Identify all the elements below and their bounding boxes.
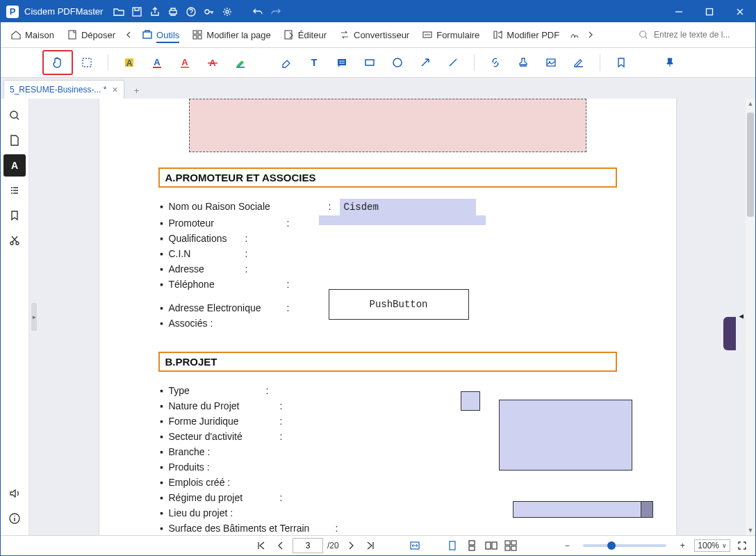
settings-icon[interactable]: [218, 1, 236, 22]
document-viewport[interactable]: A.PROMOTEUR ET ASSOCIES ▪Nom ou Raison S…: [39, 99, 736, 535]
share-icon[interactable]: [146, 1, 164, 22]
two-continuous-button[interactable]: [503, 538, 518, 553]
checkbox-field[interactable]: [461, 391, 480, 411]
scroll-down-icon[interactable]: ▼: [746, 525, 755, 535]
svg-rect-45: [511, 546, 516, 550]
arrow-tool[interactable]: [411, 51, 439, 74]
last-page-button[interactable]: [363, 538, 378, 553]
add-tab-button[interactable]: +: [129, 82, 145, 99]
svg-point-31: [10, 111, 17, 118]
right-gutter[interactable]: ▸: [736, 99, 746, 535]
continuous-page-button[interactable]: [464, 538, 479, 553]
key-icon[interactable]: [200, 1, 218, 22]
minimize-button[interactable]: [664, 1, 694, 22]
svg-rect-21: [181, 67, 189, 68]
fullscreen-button[interactable]: [734, 538, 750, 553]
image-tool[interactable]: [537, 51, 565, 74]
stamp-tool[interactable]: [509, 51, 537, 74]
zoom-out-button[interactable]: −: [559, 538, 575, 553]
rectangle-tool[interactable]: [356, 51, 384, 74]
text-color-tool[interactable]: A: [143, 51, 171, 74]
side-panel-tab[interactable]: [723, 317, 736, 350]
left-gutter[interactable]: ▸: [29, 99, 39, 535]
menu-sign[interactable]: [566, 26, 583, 43]
next-page-button[interactable]: [343, 538, 359, 553]
menu-deposer[interactable]: Déposer: [61, 26, 121, 43]
zoom-in-button[interactable]: +: [675, 538, 690, 553]
marker-tool[interactable]: [227, 51, 254, 74]
fit-width-button[interactable]: [407, 538, 422, 553]
close-button[interactable]: [725, 1, 755, 22]
circle-tool[interactable]: [384, 51, 411, 74]
svg-text:A: A: [11, 160, 18, 171]
zoom-value[interactable]: 100%∨: [694, 539, 730, 552]
highlight-tool[interactable]: A: [115, 51, 143, 74]
section-a-header: A.PROMOTEUR ET ASSOCIES: [158, 167, 617, 188]
combobox-field[interactable]: [513, 501, 653, 518]
vertical-scrollbar[interactable]: ▲ ▼: [746, 99, 755, 535]
zoom-slider[interactable]: [583, 544, 666, 547]
strikethrough-tool[interactable]: A: [199, 51, 227, 74]
menu-formulaire[interactable]: Formulaire: [416, 26, 485, 43]
select-tool[interactable]: [73, 51, 101, 74]
menu-convertisseur[interactable]: Convertisseur: [334, 26, 415, 43]
prev-page-button[interactable]: [273, 538, 288, 553]
listbox-field[interactable]: [499, 400, 632, 471]
sidebar-info-icon[interactable]: [3, 507, 26, 530]
svg-text:T: T: [311, 57, 318, 68]
scroll-up-icon[interactable]: ▲: [746, 99, 755, 108]
save-icon[interactable]: [128, 1, 146, 22]
menu-outils[interactable]: Outils: [136, 26, 185, 43]
text-tool[interactable]: T: [300, 51, 328, 74]
two-page-button[interactable]: [484, 538, 499, 553]
svg-rect-9: [198, 31, 202, 34]
underline-tool[interactable]: A: [171, 51, 199, 74]
sidebar-text-icon[interactable]: A: [3, 154, 26, 177]
search-box[interactable]: [639, 29, 751, 40]
svg-point-3: [205, 10, 209, 14]
svg-rect-15: [83, 58, 91, 67]
print-icon[interactable]: [164, 1, 182, 22]
open-icon[interactable]: [110, 1, 128, 22]
sidebar-bookmark-icon[interactable]: [3, 204, 26, 227]
svg-point-28: [393, 58, 402, 67]
page-input[interactable]: [293, 538, 323, 553]
search-input[interactable]: [652, 29, 746, 40]
menu-editeur[interactable]: Éditeur: [278, 26, 332, 43]
statusbar: /20 − + 100%∨: [1, 535, 755, 555]
svg-rect-42: [505, 541, 510, 545]
menu-scroll-right[interactable]: [584, 31, 597, 38]
single-page-button[interactable]: [445, 538, 460, 553]
menu-modifier-page[interactable]: Modifier la page: [186, 26, 277, 43]
titlebar: P Cisdem PDFMaster: [1, 1, 755, 22]
undo-icon[interactable]: [249, 1, 267, 22]
sidebar-list-icon[interactable]: [3, 179, 26, 202]
signature-tool[interactable]: [565, 51, 593, 74]
eraser-tool[interactable]: [272, 51, 300, 74]
page-total: /20: [327, 541, 339, 550]
note-tool[interactable]: [328, 51, 356, 74]
document-tab[interactable]: 5_RESUME-Business-... * ×: [3, 80, 124, 99]
field-promoteur[interactable]: [319, 215, 486, 225]
menu-scroll-left[interactable]: [122, 31, 135, 38]
help-icon[interactable]: [182, 1, 200, 22]
sidebar-sound-icon[interactable]: [3, 482, 26, 505]
menu-maison[interactable]: Maison: [5, 26, 60, 43]
pin-tool[interactable]: [656, 51, 684, 74]
scroll-thumb[interactable]: [747, 113, 754, 217]
sidebar-page-icon[interactable]: [3, 129, 26, 152]
menu-modifier-pdf[interactable]: Modifier PDF: [486, 26, 565, 43]
sidebar-search-icon[interactable]: [3, 104, 26, 126]
link-tool[interactable]: [482, 51, 509, 74]
redo-icon[interactable]: [267, 1, 285, 22]
first-page-button[interactable]: [254, 538, 269, 553]
hand-tool[interactable]: [42, 50, 73, 75]
svg-rect-19: [153, 67, 161, 68]
sidebar-cut-icon[interactable]: [3, 229, 26, 252]
bookmark-tool[interactable]: [607, 51, 635, 74]
tab-close-icon[interactable]: ×: [112, 84, 117, 95]
field-nom[interactable]: Cisdem: [340, 199, 476, 215]
maximize-button[interactable]: [694, 1, 725, 22]
line-tool[interactable]: [439, 51, 467, 74]
svg-rect-41: [492, 542, 497, 549]
